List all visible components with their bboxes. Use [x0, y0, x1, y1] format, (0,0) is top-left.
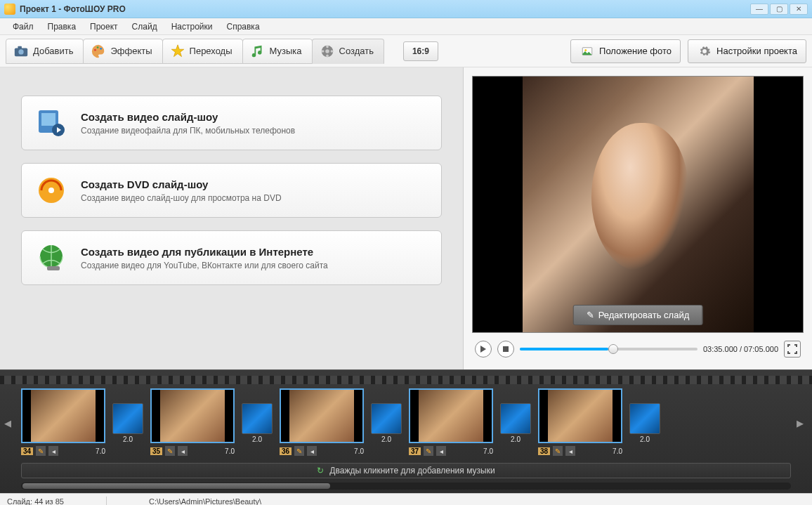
timeline-scrollbar[interactable] [21, 483, 791, 490]
maximize-button[interactable]: ▢ [770, 4, 788, 15]
transition-item[interactable]: 2.0 [629, 403, 660, 443]
timeline-slide[interactable]: 37 ✎ ◂ 7.0 [409, 388, 493, 457]
transition-item[interactable]: 2.0 [112, 403, 143, 443]
dvd-icon [34, 173, 68, 207]
slide-duration: 7.0 [96, 447, 105, 455]
pencil-icon[interactable]: ✎ [553, 446, 563, 456]
timeline-scroll-right[interactable]: ▸ [797, 414, 808, 431]
slide-thumbnail[interactable] [409, 388, 493, 443]
aspect-ratio-button[interactable]: 16:9 [403, 41, 438, 61]
edit-slide-button[interactable]: ✎ Редактировать слайд [573, 305, 703, 325]
slide-thumbnail[interactable] [280, 388, 364, 443]
tab-music[interactable]: Музыка [242, 39, 313, 64]
transition-duration: 2.0 [242, 435, 273, 443]
preview-image [523, 77, 754, 332]
status-separator [106, 497, 107, 506]
svg-rect-15 [41, 113, 55, 126]
svg-rect-2 [18, 46, 22, 48]
sound-icon[interactable]: ◂ [48, 446, 58, 456]
create-panel: Создать видео слайд-шоу Создание видеофа… [0, 67, 464, 369]
transition-item[interactable]: 2.0 [242, 403, 273, 443]
pencil-icon[interactable]: ✎ [424, 446, 433, 456]
titlebar: Проект 1 - ФотоШОУ PRO — ▢ ✕ [0, 0, 812, 18]
create-video-desc: Создание видеофайла для ПК, мобильных те… [81, 126, 295, 136]
pencil-icon[interactable]: ✎ [165, 446, 175, 456]
menu-edit[interactable]: Правка [41, 19, 84, 34]
menubar: Файл Правка Проект Слайд Настройки Справ… [0, 18, 812, 35]
transition-item[interactable]: 2.0 [371, 403, 402, 443]
menu-project[interactable]: Проект [83, 19, 125, 34]
slide-thumbnail[interactable] [21, 388, 105, 443]
minimize-button[interactable]: — [750, 4, 768, 15]
timeline: ◂ 34 ✎ ◂ 7.0 2.0 35 ✎ ◂ 7.0 2.0 36 ✎ ◂ 7… [0, 369, 812, 493]
transition-thumbnail[interactable] [242, 403, 273, 434]
edit-slide-label: Редактировать слайд [598, 310, 690, 320]
tab-transitions[interactable]: Переходы [162, 39, 243, 64]
transition-thumbnail[interactable] [112, 403, 143, 434]
close-button[interactable]: ✕ [790, 4, 808, 15]
refresh-icon: ↻ [317, 466, 324, 476]
tab-effects-label: Эффекты [110, 46, 152, 56]
tab-effects[interactable]: Эффекты [83, 39, 162, 64]
create-video-card[interactable]: Создать видео слайд-шоу Создание видеофа… [21, 96, 442, 150]
pencil-icon[interactable]: ✎ [294, 446, 304, 456]
slide-number: 34 [21, 447, 33, 455]
transition-thumbnail[interactable] [500, 403, 531, 434]
star-icon [170, 44, 185, 59]
menu-slide[interactable]: Слайд [125, 19, 164, 34]
menu-file[interactable]: Файл [6, 19, 41, 34]
create-web-title: Создать видео для публикации в Интернете [81, 246, 328, 258]
timeline-scroll-left[interactable]: ◂ [4, 414, 15, 431]
image-icon [579, 44, 595, 59]
fullscreen-button[interactable] [784, 341, 801, 358]
status-path: C:\Users\Admin\Pictures\Beauty\ [149, 497, 261, 506]
slide-number: 37 [409, 447, 421, 455]
menu-settings[interactable]: Настройки [164, 19, 220, 34]
svg-point-5 [100, 47, 103, 49]
slide-thumbnail[interactable] [538, 388, 622, 443]
preview-viewport: ✎ Редактировать слайд [472, 76, 804, 333]
playback-track[interactable] [520, 348, 698, 350]
tab-create[interactable]: Создать [312, 39, 384, 64]
photo-position-button[interactable]: Положение фото [570, 39, 681, 63]
project-settings-button[interactable]: Настройки проекта [688, 39, 806, 63]
playback-controls: 03:35.000 / 07:05.000 [472, 333, 804, 361]
transition-item[interactable]: 2.0 [500, 403, 531, 443]
music-track[interactable]: ↻ Дважды кликните для добавления музыки [21, 463, 791, 478]
transition-thumbnail[interactable] [371, 403, 402, 434]
transition-thumbnail[interactable] [629, 403, 660, 434]
timeline-slide[interactable]: 38 ✎ ◂ 7.0 [538, 388, 622, 457]
slide-number: 38 [538, 447, 550, 455]
film-perforation-top [0, 376, 812, 384]
project-settings-label: Настройки проекта [716, 46, 797, 56]
menu-help[interactable]: Справка [219, 19, 266, 34]
pencil-icon[interactable]: ✎ [36, 446, 46, 456]
playback-thumb[interactable] [608, 344, 618, 354]
timeline-scroll-thumb[interactable] [22, 483, 330, 489]
sound-icon[interactable]: ◂ [565, 446, 575, 456]
playback-progress [520, 348, 608, 350]
sound-icon[interactable]: ◂ [307, 446, 317, 456]
slide-thumbnail[interactable] [150, 388, 235, 443]
create-dvd-title: Создать DVD слайд-шоу [81, 178, 282, 190]
window-title: Проект 1 - ФотоШОУ PRO [20, 4, 126, 14]
timeline-slide[interactable]: 36 ✎ ◂ 7.0 [280, 388, 364, 457]
main-area: Создать видео слайд-шоу Создание видеофа… [0, 67, 812, 369]
stop-button[interactable] [497, 341, 514, 358]
sound-icon[interactable]: ◂ [436, 446, 446, 456]
status-slide-position: Слайд: 44 из 85 [7, 497, 64, 506]
create-dvd-card[interactable]: Создать DVD слайд-шоу Создание видео сла… [21, 163, 442, 218]
play-button[interactable] [475, 341, 492, 358]
timeline-slide[interactable]: 34 ✎ ◂ 7.0 [21, 388, 105, 457]
create-web-card[interactable]: Создать видео для публикации в Интернете… [21, 230, 442, 285]
video-file-icon [34, 106, 68, 140]
svg-point-8 [326, 45, 329, 48]
tab-add[interactable]: Добавить [6, 39, 84, 64]
transition-duration: 2.0 [112, 435, 143, 443]
svg-point-1 [18, 49, 23, 54]
sound-icon[interactable]: ◂ [178, 446, 188, 456]
camera-icon [13, 44, 29, 59]
tab-create-label: Создать [339, 46, 374, 56]
timeline-slide[interactable]: 35 ✎ ◂ 7.0 [150, 388, 235, 457]
transition-duration: 2.0 [371, 435, 402, 443]
